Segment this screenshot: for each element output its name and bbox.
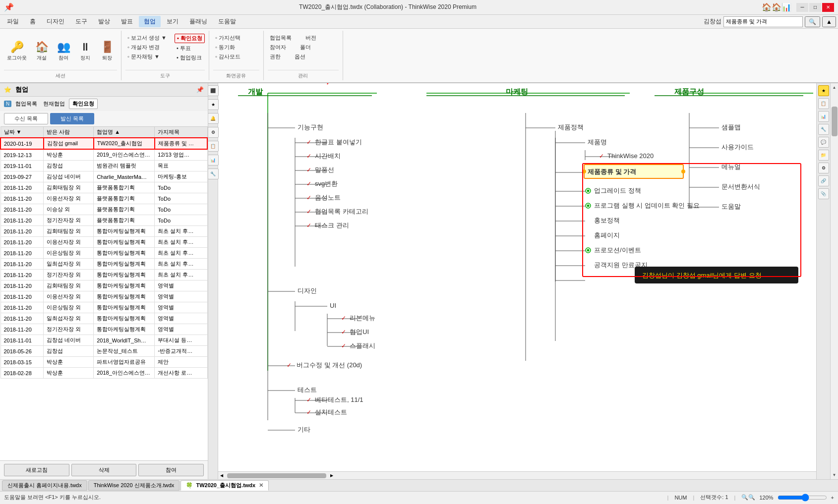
collapse-button[interactable]: ▲: [822, 16, 836, 27]
h-scroll-right[interactable]: ▶: [328, 473, 335, 478]
h-scroll-left[interactable]: ◀: [218, 473, 225, 478]
table-row[interactable]: 2018-02-28 박상훈 2018_아인스에스연… 개선사항 로…: [0, 368, 207, 379]
table-row[interactable]: 2018-11-20 이응선자장 외 통합마케팅실행계획 최초 설치 후…: [0, 237, 207, 248]
menu-home[interactable]: 홈: [25, 16, 41, 27]
lt-btn-4[interactable]: ⚙: [208, 127, 219, 138]
rt-btn-2[interactable]: 📋: [818, 98, 829, 109]
version-btn[interactable]: 버전: [303, 34, 318, 42]
tab-newproduct[interactable]: ThinkWise 2020 신제품소개.twdx: [88, 480, 180, 491]
received-list-tab[interactable]: 수신 목록: [4, 113, 48, 124]
table-row[interactable]: 2018-11-20 김회태팀장 외 통합마케팅실행계획 영역별: [0, 280, 207, 291]
rt-btn-9[interactable]: 📎: [818, 188, 829, 199]
table-row[interactable]: 2018-11-20 이응선자장 외 플랫폼통합기획 ToDo: [0, 193, 207, 204]
menu-design[interactable]: 디자인: [42, 16, 69, 27]
ribbon-open-btn[interactable]: 🏠개설: [32, 39, 52, 63]
table-row[interactable]: 2018-11-20 일최섭자장 외 통합마케팅실행계획 영역별: [0, 313, 207, 324]
tab-close-icon[interactable]: ✕: [259, 482, 263, 488]
permission-btn[interactable]: 권한: [268, 53, 283, 61]
rt-btn-7[interactable]: ⚙: [818, 163, 829, 173]
rt-btn-8[interactable]: 🔗: [818, 175, 829, 186]
table-row[interactable]: 2018-11-20 정기잔자장 외 통합마케팅실행계획 영역별: [0, 324, 207, 335]
search-button[interactable]: 🔍: [805, 16, 820, 27]
lt-btn-6[interactable]: 📊: [208, 155, 219, 166]
tab-collab-file[interactable]: 🍀 TW2020_출시협업.twdx ✕: [180, 480, 269, 491]
confirm-request-btn[interactable]: • 확인요청: [175, 34, 205, 43]
delete-button[interactable]: 삭제: [71, 464, 137, 476]
table-row[interactable]: 2020-01-19 김창섭 gmail TW2020_출시협업 제품종류 및 …: [0, 138, 207, 149]
folder-btn[interactable]: 폴더: [298, 43, 313, 52]
table-row[interactable]: 2019-12-13 박상훈 2019_아인스에스연… 12/13 영업…: [0, 149, 207, 161]
menu-view[interactable]: 보기: [162, 16, 183, 27]
tab-homepage[interactable]: 신제품출시 홈페이지내용.twdx: [2, 480, 87, 491]
collab-link-btn[interactable]: • 협업링크: [175, 54, 205, 62]
cell-branch: 최초 설치 후…: [155, 270, 207, 280]
tab-current-collab[interactable]: 현재협업: [41, 99, 67, 109]
table-row[interactable]: 2018-03-15 박상훈 파트너영업자료공유 제안: [0, 357, 207, 368]
table-row[interactable]: 2019-09-27 김상섭 네이버 Charlie_MasterMa… 마케팅…: [0, 171, 207, 182]
table-row[interactable]: 2018-11-20 이승상 외 플랫폼통합기획 ToDo: [0, 204, 207, 215]
zoom-expand[interactable]: +: [831, 495, 834, 501]
text-chat-btn[interactable]: ◦ 문자채팅 ▼: [125, 53, 169, 61]
table-row[interactable]: 2018-11-20 이은상팀장 외 통합마케팅실행계획 최초 설치 후…: [0, 248, 207, 259]
horizontal-scrollbar[interactable]: ◀ ▶: [218, 471, 830, 479]
report-gen-btn[interactable]: ◦ 보고서 생성 ▼: [125, 34, 169, 42]
lt-btn-3[interactable]: 🔔: [208, 113, 219, 124]
scroll-down-arrow[interactable]: ▼: [831, 471, 838, 479]
table-row[interactable]: 2018-11-20 정기잔자장 외 통합마케팅실행계획 최초 설치 후…: [0, 270, 207, 280]
menu-help[interactable]: 도움말: [213, 16, 241, 27]
table-row[interactable]: 2019-11-01 김창섭 범원관리 템플릿 목표: [0, 161, 207, 171]
cell-date: 2018-11-20: [0, 302, 44, 313]
menu-planning[interactable]: 플래닝: [184, 16, 212, 27]
panel-bottom: 새로고침 삭제 참여: [0, 460, 208, 479]
collab-list-btn[interactable]: 협업목록: [268, 34, 294, 42]
table-row[interactable]: 2018-11-20 김회태팀장 외 플랫폼통합기획 ToDo: [0, 182, 207, 193]
table-row[interactable]: 2018-11-20 정기잔자장 외 플랫폼통합기획 ToDo: [0, 215, 207, 226]
scroll-up-arrow[interactable]: ▲: [831, 83, 838, 92]
scroll-thumb[interactable]: [832, 107, 838, 136]
rt-btn-3[interactable]: 📊: [818, 111, 829, 122]
tab-confirm-request[interactable]: 확인요청: [69, 99, 98, 109]
menu-file[interactable]: 파일: [2, 16, 24, 27]
menu-present[interactable]: 발표: [116, 16, 138, 27]
lt-btn-1[interactable]: ⬛: [208, 85, 219, 96]
lt-btn-5[interactable]: 📋: [208, 141, 219, 152]
minimize-button[interactable]: ─: [796, 3, 808, 12]
lt-btn-7[interactable]: 🔧: [208, 168, 219, 179]
audit-btn[interactable]: ◦ 감사모드: [213, 53, 242, 61]
menu-collab[interactable]: 협업: [139, 16, 161, 27]
lt-btn-2[interactable]: ★: [208, 99, 219, 110]
rt-btn-5[interactable]: 💬: [818, 137, 829, 148]
close-button[interactable]: ✕: [822, 3, 834, 12]
refresh-button[interactable]: 새로고침: [4, 464, 69, 476]
table-row[interactable]: 2018-11-01 김창섭 네이버 2018_WorldIT_Sh… 부대시설…: [0, 335, 207, 346]
sent-list-tab[interactable]: 발신 목록: [50, 113, 94, 124]
change-host-btn[interactable]: ◦ 개설자 변경: [125, 43, 169, 52]
join-button[interactable]: 참여: [138, 464, 204, 476]
menu-idea[interactable]: 발상: [93, 16, 115, 27]
rt-btn-4[interactable]: 🔧: [818, 124, 829, 135]
ribbon-exit-btn[interactable]: 🚪퇴장: [97, 39, 117, 63]
options-btn[interactable]: 옵션: [293, 53, 307, 61]
table-row[interactable]: 2018-05-26 김창섭 논문작성_테스트 ◦반증교개적…: [0, 346, 207, 357]
rt-btn-1[interactable]: ★: [818, 85, 829, 96]
h-scroll-thumb[interactable]: [227, 473, 326, 478]
branch-select-btn[interactable]: ◦ 가지선택: [213, 34, 242, 42]
ribbon-join-btn[interactable]: 👥참여: [54, 39, 73, 63]
ribbon-stop-btn[interactable]: ⏸정지: [75, 39, 95, 63]
collab-table[interactable]: 날짜 ▼ 받은 사람 협업명 ▲ 가지제목 2020-01-19 김창섭 gma…: [0, 126, 208, 460]
search-input[interactable]: [723, 16, 803, 27]
sync-btn[interactable]: ◦ 동기화: [213, 43, 242, 52]
vertical-scrollbar[interactable]: ▲ ▼: [830, 83, 838, 479]
zoom-slider[interactable]: [778, 495, 827, 501]
vote-btn[interactable]: • 투표: [175, 44, 205, 53]
table-row[interactable]: 2018-11-20 일최섭자장 외 통합마케팅실행계획 최초 설치 후…: [0, 259, 207, 270]
table-row[interactable]: 2018-11-20 김회태팀장 외 통합마케팅실행계획 최초 설치 후…: [0, 226, 207, 237]
ribbon-logout-btn[interactable]: 🔑로그아웃: [4, 39, 30, 63]
rt-btn-6[interactable]: 📁: [818, 150, 829, 161]
table-row[interactable]: 2018-11-20 이은상팀장 외 통합마케팅실행계획 영역별: [0, 302, 207, 313]
table-row[interactable]: 2018-11-20 이응선자장 외 통합마케팅실행계획 영역별: [0, 291, 207, 302]
participant-btn[interactable]: 참여자: [268, 43, 288, 52]
tab-collab-list[interactable]: 협업목록: [13, 99, 39, 109]
maximize-button[interactable]: □: [809, 3, 821, 12]
menu-tools[interactable]: 도구: [70, 16, 92, 27]
